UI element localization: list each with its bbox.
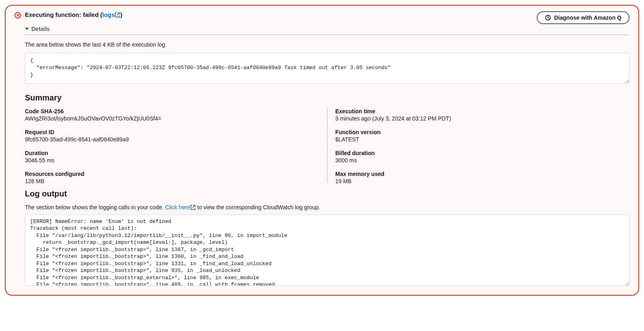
kv-label: Code SHA-256 (25, 108, 319, 114)
kv-value: 19 MB (335, 178, 621, 184)
triangle-down-icon (25, 28, 29, 30)
kv-value: 3000 ms (335, 157, 621, 163)
summary-execution-time: Execution time 3 minutes ago (July 3, 20… (335, 108, 621, 122)
summary-request-id: Request ID 9fc65700-35ad-499c-8541-aaf08… (25, 129, 319, 143)
external-link-icon (115, 12, 120, 18)
kv-label: Billed duration (335, 150, 621, 156)
panel-content: Details The area below shows the last 4 … (25, 25, 630, 286)
log-intro-prefix: The section below shows the logging call… (25, 204, 165, 210)
panel-header-left: ✕ Executing function: failed (logs ) (14, 11, 532, 18)
error-icon: ✕ (14, 12, 21, 18)
kv-label: Resources configured (25, 171, 319, 177)
header-title-prefix: Executing function: failed ( (25, 11, 103, 18)
diagnose-button[interactable]: Diagnose with Amazon Q (537, 11, 630, 24)
kv-value: 3046.55 ms (25, 157, 319, 163)
summary-duration: Duration 3046.55 ms (25, 150, 319, 163)
details-toggle[interactable]: Details (25, 25, 630, 35)
summary-heading: Summary (25, 93, 630, 102)
details-toggle-label: Details (31, 26, 50, 32)
summary-grid: Code SHA-256 AWIgZRI3ot/lsybomkJSuOVavOV… (25, 108, 630, 184)
summary-billed-duration: Billed duration 3000 ms (335, 150, 621, 163)
summary-col-right: Execution time 3 minutes ago (July 3, 20… (327, 108, 630, 184)
kv-value: AWIgZRI3ot/lsybomkJSuOVavOV0zTGYo/kZjUU0… (25, 115, 319, 122)
error-json-box[interactable]: { "errorMessage": "2024-07-03T22:12:06.2… (25, 53, 630, 84)
kv-value: $LATEST (335, 136, 621, 143)
kv-label: Execution time (335, 108, 621, 114)
kv-label: Max memory used (335, 171, 621, 177)
summary-col-left: Code SHA-256 AWIgZRI3ot/lsybomkJSuOVavOV… (25, 108, 327, 184)
log-output-box[interactable]: [ERROR] NameError: name 'Enum' is not de… (25, 215, 630, 286)
summary-resources-configured: Resources configured 128 MB (25, 171, 319, 184)
kv-value: 3 minutes ago (July 3, 2024 at 03:12 PM … (335, 115, 621, 122)
log-output-heading: Log output (25, 189, 630, 198)
header-title: Executing function: failed (logs ) (25, 11, 122, 18)
logs-link[interactable]: logs (103, 11, 121, 18)
header-title-suffix: ) (120, 11, 122, 18)
kv-value: 9fc65700-35ad-499c-8541-aaf0840e89a9 (25, 136, 319, 143)
exec-log-intro: The area below shows the last 4 KB of th… (25, 41, 630, 48)
diagnose-button-label: Diagnose with Amazon Q (554, 14, 622, 21)
execution-error-panel: ✕ Executing function: failed (logs ) Dia… (5, 5, 639, 296)
kv-label: Request ID (25, 129, 319, 135)
log-intro-suffix: to view the corresponding CloudWatch log… (196, 204, 320, 210)
cloudwatch-link[interactable]: Click here (165, 204, 196, 210)
diagnose-icon (545, 14, 551, 21)
summary-max-memory-used: Max memory used 19 MB (335, 171, 621, 184)
kv-value: 128 MB (25, 178, 319, 184)
header-text-wrap: Executing function: failed (logs ) (25, 11, 122, 18)
summary-function-version: Function version $LATEST (335, 129, 621, 143)
summary-code-sha256: Code SHA-256 AWIgZRI3ot/lsybomkJSuOVavOV… (25, 108, 319, 122)
log-output-intro: The section below shows the logging call… (25, 204, 630, 210)
kv-label: Function version (335, 129, 621, 135)
external-link-icon (190, 204, 196, 210)
panel-header: ✕ Executing function: failed (logs ) Dia… (14, 11, 630, 24)
kv-label: Duration (25, 150, 319, 156)
